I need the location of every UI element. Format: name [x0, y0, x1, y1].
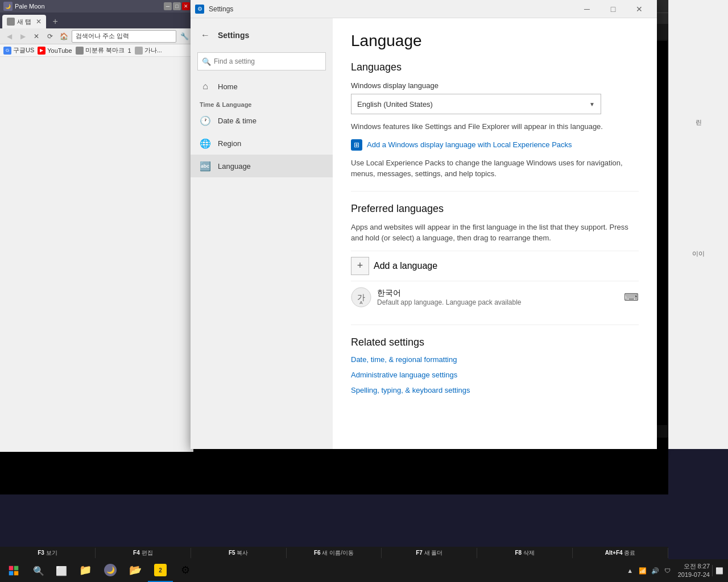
browser-tab-new[interactable]: 새 탭 ✕: [2, 15, 46, 28]
korean-lang-icon: 가 A: [351, 287, 371, 307]
browser-minimize-btn[interactable]: ─: [164, 2, 172, 10]
settings-nav-datetime-label: Date & time: [218, 117, 257, 125]
settings-nav-region-label: Region: [218, 139, 241, 148]
settings-nav-home[interactable]: ⌂ Home: [191, 75, 333, 98]
taskbar-search-btn[interactable]: 🔍: [27, 559, 50, 582]
nav-home-btn[interactable]: 🏠: [58, 31, 69, 42]
svg-rect-3: [9, 566, 14, 571]
settings-content: Language Languages Windows display langu…: [333, 18, 657, 449]
settings-search-container: 🔍: [191, 48, 333, 75]
language-dropdown[interactable]: English (United States): [351, 94, 601, 114]
add-language-btn[interactable]: + Add a language: [351, 251, 639, 281]
tray-arrow[interactable]: ▲: [624, 565, 636, 576]
tab-close-btn[interactable]: ✕: [36, 18, 42, 26]
settings-header: ← Settings: [191, 23, 333, 48]
settings-nav-datetime[interactable]: 🕐 Date & time: [191, 109, 333, 132]
display-language-label-container: Windows display language: [351, 80, 639, 90]
fileexplorer-icon: 📁: [79, 564, 92, 576]
related-link-datetime[interactable]: Date, time, & regional formatting: [351, 355, 639, 364]
fkey-f7[interactable]: F7 새 폴더: [382, 548, 477, 558]
bookmark-google[interactable]: G 구글US: [3, 46, 34, 55]
add-lang-plus-icon: +: [351, 257, 369, 275]
show-desktop-btn[interactable]: ⬜: [712, 565, 723, 576]
tray-volume[interactable]: 🔊: [650, 565, 661, 576]
bookmark-misc[interactable]: 미분류 북마크: [76, 46, 125, 55]
settings-title-text: Settings: [209, 5, 574, 13]
taskbar-app-settings[interactable]: ⚙: [173, 559, 198, 582]
svg-rect-5: [9, 571, 14, 576]
korean-lang-status: Default app language. Language pack avai…: [377, 298, 618, 306]
section-divider-1: [351, 191, 639, 192]
settings-section-time-language: Time & Language: [191, 98, 333, 109]
task-view-btn[interactable]: ⬜: [50, 559, 73, 582]
related-link-spelling[interactable]: Spelling, typing, & keyboard settings: [351, 386, 639, 394]
system-clock[interactable]: 오전 8:27 2019-07-24: [678, 562, 710, 580]
address-bar[interactable]: 검색어나 주소 입력: [72, 30, 176, 43]
settings-nav-region[interactable]: 🌐 Region: [191, 132, 333, 155]
taskbar-app-totalcmd[interactable]: 2: [148, 559, 173, 582]
bookmark-extra[interactable]: 가나...: [135, 46, 162, 55]
fkey-altf4[interactable]: Alt+F4 종료: [573, 548, 668, 558]
settings-taskbar-icon: ⚙: [181, 564, 190, 576]
settings-maximize-btn[interactable]: □: [600, 0, 626, 18]
settings-sidebar: ← Settings 🔍 ⌂ Home Time & Language 🕐 Da…: [191, 18, 333, 449]
add-display-lang-link[interactable]: Add a Windows display language with Loca…: [367, 140, 572, 149]
language-dropdown-value: English (United States): [357, 100, 433, 109]
korean-lang-name: 한국어: [377, 288, 618, 298]
bookmark-number: 1: [128, 47, 131, 54]
fkey-f8[interactable]: F8 삭제: [477, 548, 573, 558]
fkey-f3[interactable]: F3 보기: [0, 548, 96, 558]
bookmark-label-misc: 미분류 북마크: [85, 46, 125, 55]
tray-antivirus[interactable]: 🛡: [662, 565, 673, 576]
svg-rect-4: [14, 566, 19, 571]
bookmark-youtube[interactable]: ▶ YouTube: [38, 47, 72, 55]
tray-icons: ▲ 📶 🔊 🛡: [624, 565, 673, 576]
language-item-korean[interactable]: 가 A 한국어 Default app language. Language p…: [351, 281, 639, 313]
settings-minimize-btn[interactable]: ─: [574, 0, 600, 18]
browser-tabs[interactable]: 새 탭 ✕ +: [0, 13, 193, 28]
fkey-f4[interactable]: F4 편집: [96, 548, 191, 558]
settings-nav-home-label: Home: [218, 82, 238, 91]
add-display-lang-container: ⊞ Add a Windows display language with Lo…: [351, 139, 639, 151]
browser-close-btn[interactable]: ✕: [182, 2, 190, 10]
settings-window: ⚙ Settings ─ □ ✕ ← Settings 🔍 ⌂ Home: [191, 0, 657, 449]
new-tab-btn[interactable]: +: [48, 15, 62, 28]
settings-nav-language[interactable]: 🔤 Language: [191, 155, 333, 177]
address-bar-text: 검색어나 주소 입력: [76, 32, 129, 40]
nav-refresh-btn[interactable]: ⟳: [44, 31, 56, 42]
nav-stop-btn[interactable]: ✕: [31, 31, 42, 42]
tray-network[interactable]: 📶: [637, 565, 648, 576]
settings-search-input[interactable]: [197, 52, 326, 70]
system-tray: ▲ 📶 🔊 🛡 오전 8:27 2019-07-24 ⬜: [624, 562, 728, 580]
nav-forward-btn[interactable]: ▶: [17, 31, 28, 42]
settings-back-btn[interactable]: ←: [197, 27, 213, 43]
nav-extra-btn[interactable]: 🔧: [179, 31, 190, 42]
settings-sidebar-title: Settings: [218, 31, 249, 40]
totalcmd-taskbar-icon: 2: [154, 564, 167, 576]
bookmark-icon-google: G: [3, 47, 11, 55]
browser-maximize-btn[interactable]: □: [173, 2, 181, 10]
taskbar-app-explorer2[interactable]: 📂: [123, 559, 148, 582]
bookmark-icon-youtube: ▶: [38, 47, 46, 55]
start-button[interactable]: [0, 559, 27, 582]
svg-text:A: A: [359, 300, 363, 305]
clock-date: 2019-07-24: [678, 571, 710, 579]
language-icon: 🔤: [200, 160, 211, 172]
display-language-label: Windows display language: [351, 81, 439, 90]
add-language-label: Add a language: [374, 261, 437, 271]
browser-navbar: ◀ ▶ ✕ ⟳ 🏠 검색어나 주소 입력 🔧: [0, 28, 193, 44]
section-languages-title: Languages: [351, 61, 639, 73]
nav-back-btn[interactable]: ◀: [3, 31, 15, 42]
windows-logo-icon: [9, 566, 19, 576]
preferred-languages-title: Preferred languages: [351, 203, 639, 215]
display-lang-desc: Windows features like Settings and File …: [351, 121, 639, 132]
fkey-f6[interactable]: F6 새 이름/이동: [287, 548, 382, 558]
related-link-admin-lang[interactable]: Administrative language settings: [351, 371, 639, 379]
right-panel-text-2: 이이: [669, 245, 728, 263]
taskbar-app-fileexplorer[interactable]: 📁: [73, 559, 98, 582]
settings-close-btn[interactable]: ✕: [626, 0, 652, 18]
home-icon: ⌂: [200, 81, 211, 92]
fkey-f5[interactable]: F5 복사: [191, 548, 287, 558]
taskbar-app-browser[interactable]: 🌙: [98, 559, 123, 582]
search-icon: 🔍: [202, 57, 211, 66]
